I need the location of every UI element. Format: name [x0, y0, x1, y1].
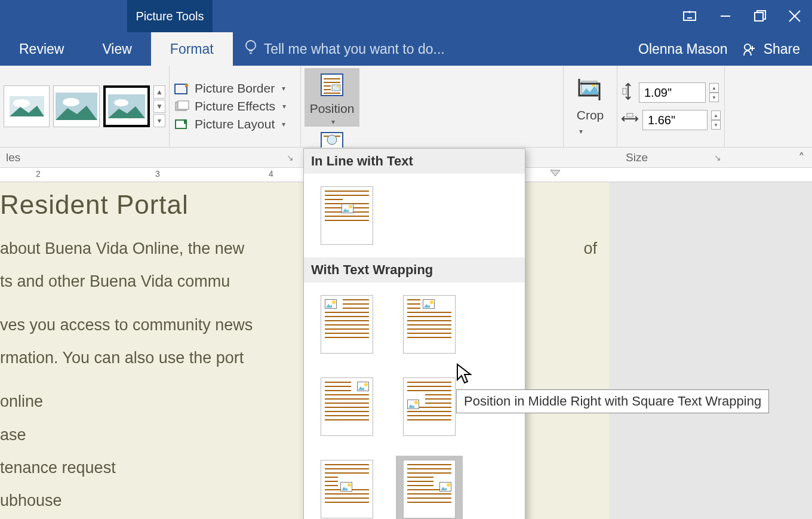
width-decrement[interactable]: ▼ [711, 120, 721, 130]
share-button[interactable]: Share [741, 40, 800, 58]
title-bar: Picture Tools [0, 0, 812, 32]
svg-point-9 [13, 99, 30, 108]
position-middle-center[interactable] [321, 460, 373, 518]
styles-group-label: les [6, 151, 20, 164]
ribbon-display-options-button[interactable] [673, 0, 708, 32]
indent-marker-icon[interactable] [549, 169, 561, 181]
picture-styles-group: ▲ ▼ ▾ [0, 66, 170, 147]
position-top-center[interactable] [403, 295, 456, 354]
size-group-label: Size [626, 151, 648, 164]
doc-text: about Buena Vida Online, the new [0, 239, 244, 257]
wrapping-section-header: With Text Wrapping [304, 257, 525, 282]
size-group: 1.09" ▲▼ 1.66" ▲▼ [617, 66, 725, 147]
chevron-down-icon: ▾ [282, 84, 285, 93]
svg-rect-21 [332, 85, 340, 91]
chevron-down-icon: ▾ [579, 127, 583, 136]
position-middle-right[interactable] [403, 460, 456, 518]
size-dialog-launcher[interactable]: ↘ [714, 153, 807, 162]
picture-layout-icon [174, 118, 190, 131]
svg-point-13 [114, 99, 128, 106]
share-label: Share [764, 41, 800, 57]
svg-rect-44 [627, 113, 633, 117]
ruler-mark-2: 2 [36, 169, 41, 179]
picture-border-icon [174, 82, 190, 95]
picture-effects-button[interactable]: Picture Effects▾ [174, 99, 297, 113]
doc-text: of [583, 237, 609, 260]
svg-rect-43 [623, 88, 626, 94]
styles-more[interactable]: ▾ [153, 114, 165, 127]
position-button[interactable]: Position ▾ [304, 68, 359, 127]
maximize-button[interactable] [743, 0, 777, 32]
ribbon: ▲ ▼ ▾ Picture Border▾ Picture Effects▾ P… [0, 66, 812, 148]
contextual-tab-label: Picture Tools [127, 0, 213, 32]
position-tooltip: Position in Middle Right with Square Tex… [456, 389, 769, 413]
svg-point-6 [745, 44, 751, 50]
collapse-ribbon-button[interactable]: ˄ [798, 151, 805, 167]
picture-border-button[interactable]: Picture Border▾ [174, 81, 297, 96]
crop-button[interactable]: Crop▾ [577, 108, 604, 137]
crop-label: Crop [577, 108, 604, 122]
position-middle-left[interactable] [403, 377, 456, 436]
width-input[interactable]: 1.66" [642, 110, 708, 130]
ruler-mark-3: 3 [155, 169, 160, 179]
svg-point-5 [246, 41, 256, 50]
tab-view[interactable]: View [83, 32, 150, 66]
ruler-mark-4: 4 [269, 169, 273, 179]
svg-point-22 [337, 85, 339, 88]
picture-layout-button[interactable]: Picture Layout▾ [174, 117, 297, 131]
close-button[interactable] [777, 0, 812, 32]
tab-format[interactable]: Format [151, 32, 233, 66]
picture-style-1[interactable] [4, 85, 50, 127]
picture-style-2[interactable] [53, 85, 99, 127]
svg-point-11 [63, 98, 79, 106]
svg-rect-0 [684, 12, 696, 20]
position-top-right[interactable] [321, 377, 373, 436]
svg-rect-2 [755, 13, 763, 21]
styles-scroll-up[interactable]: ▲ [153, 85, 165, 99]
width-icon [621, 112, 639, 128]
tell-me-placeholder: Tell me what you want to do... [264, 41, 445, 57]
picture-layout-label: Picture Layout [195, 117, 275, 131]
ribbon-tab-bar: Review View Format Tell me what you want… [0, 32, 812, 66]
user-name[interactable]: Olenna Mason [638, 41, 728, 57]
height-increment[interactable]: ▲ [709, 83, 719, 93]
tab-review[interactable]: Review [0, 32, 83, 66]
tell-me-search[interactable]: Tell me what you want to do... [233, 32, 638, 66]
minimize-button[interactable] [708, 0, 743, 32]
mouse-cursor-icon [456, 363, 474, 387]
crop-icon [576, 76, 605, 106]
inline-section-header: In Line with Text [304, 149, 525, 174]
chevron-down-icon: ▾ [331, 118, 335, 127]
position-label: Position [310, 102, 355, 116]
height-icon [621, 82, 635, 103]
height-decrement[interactable]: ▼ [709, 93, 719, 102]
chevron-down-icon: ▾ [282, 120, 285, 128]
picture-border-label: Picture Border [195, 81, 275, 96]
picture-effects-label: Picture Effects [195, 99, 275, 113]
picture-effects-icon [174, 100, 190, 113]
picture-style-3-selected[interactable] [103, 85, 150, 127]
position-dropdown-menu: In Line with Text With Text Wrapping Mor… [303, 148, 525, 519]
position-top-left[interactable] [321, 295, 373, 354]
styles-scroll-down[interactable]: ▼ [153, 100, 165, 113]
crop-group: Crop▾ [564, 66, 617, 147]
svg-rect-16 [178, 101, 189, 109]
position-inline-option[interactable] [321, 186, 373, 245]
width-increment[interactable]: ▲ [711, 110, 721, 120]
chevron-down-icon: ▾ [282, 102, 286, 110]
position-icon [318, 73, 346, 99]
picture-adjust-group: Picture Border▾ Picture Effects▾ Picture… [170, 66, 301, 147]
lightbulb-icon [244, 39, 258, 59]
arrange-group: Position ▾ Wrap Text▾ Bring Forward▾ Sen… [301, 66, 564, 147]
height-input[interactable]: 1.09" [639, 82, 706, 103]
